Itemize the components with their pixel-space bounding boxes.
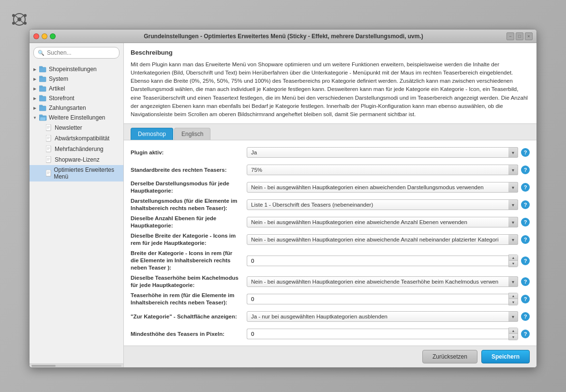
sidebar-item-zahlungsarten[interactable]: ▶ Zahlungsarten (30, 103, 123, 113)
svg-line-6 (15, 15, 18, 18)
reset-button[interactable]: Zurücksetzen (422, 350, 477, 363)
save-button[interactable]: Speichern (481, 350, 530, 363)
sidebar-item-label: Mehrfachänderung (55, 146, 104, 152)
sidebar-scrollbar[interactable] (30, 363, 123, 367)
footer: Zurücksetzen Speichern (124, 346, 536, 367)
sidebar-item-shopware-lizenz[interactable]: Shopware-Lizenz (30, 154, 123, 165)
restore-icon[interactable]: □ (516, 32, 523, 40)
close-button[interactable] (33, 33, 39, 39)
select-ebenen-gleich[interactable]: Ja Nein - bei ausgewählten Hauptkategori… (247, 217, 518, 227)
search-box[interactable]: 🔍 (33, 47, 119, 59)
form-row-zur-kategorie: "Zur Kategorie" - Schaltfläche anzeigen:… (131, 309, 530, 324)
form-label-standardbreite: Standardbreite des rechten Teasers: (131, 166, 247, 174)
form-row-teaserhoehe-gleich: Dieselbe Teaserhöhe beim Kachelmodus für… (131, 274, 530, 289)
form-area: Plugin aktiv: Ja Nein ? S (124, 140, 536, 346)
tab-demoshop[interactable]: Demoshop (131, 128, 173, 140)
select-standardbreite[interactable]: 0% 25% 50% 75% 100% (247, 165, 518, 175)
select-wrap-darstellungsmodus[interactable]: Liste 1 - Überschrift des Teasers (neben… (247, 199, 518, 210)
select-wrap-plugin-aktiv[interactable]: Ja Nein (247, 147, 518, 158)
select-wrap-ebenen-gleich[interactable]: Ja Nein - bei ausgewählten Hauptkategori… (247, 217, 518, 227)
spinner-down-teaserhoehe[interactable]: ▼ (509, 299, 518, 305)
sidebar-item-artikel[interactable]: ▶ Artikel (30, 84, 123, 93)
form-label-darstellungsmodus: Darstellungsmodus (für die Elemente im I… (131, 197, 247, 212)
form-control-plugin-aktiv: Ja Nein ? (247, 147, 530, 158)
spinner-down-mindesthoehe[interactable]: ▼ (509, 334, 518, 340)
select-wrap-zur-kategorie[interactable]: Ja Nein Ja - nur bei ausgewählten Hauptk… (247, 311, 518, 322)
spinner-up-mindesthoehe[interactable]: ▲ (509, 328, 518, 334)
help-button-mindesthoehe[interactable]: ? (521, 330, 530, 338)
expand-icon: ▶ (32, 106, 37, 110)
select-wrap-teaserhoehe-gleich[interactable]: Ja Nein - bei ausgewählten Hauptkategori… (247, 276, 518, 287)
search-input[interactable] (47, 49, 115, 56)
help-button-darstellungsmodus-gleich[interactable]: ? (521, 183, 530, 192)
sidebar-item-mehrfachaenderung[interactable]: Mehrfachänderung (30, 144, 123, 154)
sidebar-item-label: Storefront (49, 95, 74, 102)
svg-rect-14 (39, 87, 46, 91)
help-button-icon-breite-gleich[interactable]: ? (521, 235, 530, 244)
form-label-mindesthoehe: Mindesthöhe des Teasers in Pixeln: (131, 331, 247, 338)
folder-open-icon (39, 114, 47, 121)
select-zur-kategorie[interactable]: Ja Nein Ja - nur bei ausgewählten Hauptk… (247, 311, 518, 322)
help-button-darstellungsmodus[interactable]: ? (521, 200, 530, 209)
help-button-teaserhoehe[interactable]: ? (521, 295, 530, 303)
form-label-icon-breite-gleich: Dieselbe Breite der Kategorie - Icons im… (131, 232, 247, 247)
select-wrap-icon-breite-gleich[interactable]: Ja Nein - bei ausgewählten Hauptkategori… (247, 234, 518, 245)
description-text: Mit dem Plugin kann man das Erweiterte M… (131, 60, 530, 119)
select-teaserhoehe-gleich[interactable]: Ja Nein - bei ausgewählten Hauptkategori… (247, 276, 518, 287)
help-button-plugin-aktiv[interactable]: ? (521, 148, 530, 157)
svg-rect-23 (46, 124, 51, 131)
svg-point-4 (12, 22, 15, 25)
svg-rect-35 (46, 156, 51, 163)
select-wrap-darstellungsmodus-gleich[interactable]: Ja Nein - bei ausgewählten Hauptkategori… (247, 182, 518, 193)
svg-rect-31 (46, 146, 51, 152)
help-button-icon-breite[interactable]: ? (521, 256, 530, 265)
help-button-zur-kategorie[interactable]: ? (521, 312, 530, 321)
form-control-standardbreite: 0% 25% 50% 75% 100% ? (247, 165, 530, 175)
sidebar-item-shopeinstellungen[interactable]: ▶ Shopeinstellungen (30, 64, 123, 74)
select-darstellungsmodus-gleich[interactable]: Ja Nein - bei ausgewählten Hauptkategori… (247, 182, 518, 193)
spinner-buttons-mindesthoehe: ▲ ▼ (508, 328, 518, 340)
form-control-darstellungsmodus-gleich: Ja Nein - bei ausgewählten Hauptkategori… (247, 182, 530, 193)
tab-englisch[interactable]: Englisch (174, 128, 210, 140)
select-plugin-aktiv[interactable]: Ja Nein (247, 147, 518, 158)
help-button-ebenen-gleich[interactable]: ? (521, 218, 530, 226)
select-wrap-standardbreite[interactable]: 0% 25% 50% 75% 100% (247, 165, 518, 175)
sidebar-item-label: Abwärtskompatibilität (55, 135, 109, 142)
spinner-up-teaserhoehe[interactable]: ▲ (509, 293, 518, 299)
folder-icon (39, 85, 47, 92)
minimize-icon[interactable]: − (506, 32, 514, 40)
help-button-teaserhoehe-gleich[interactable]: ? (521, 277, 530, 286)
form-row-standardbreite: Standardbreite des rechten Teasers: 0% 2… (131, 163, 530, 177)
scrollbar-thumb[interactable] (31, 365, 56, 367)
spinner-up-icon-breite[interactable]: ▲ (509, 255, 518, 261)
sidebar-item-optimiertes-menue[interactable]: Optimiertes Erweitertes Menü (30, 165, 123, 181)
spinner-down-icon-breite[interactable]: ▼ (509, 261, 518, 267)
form-label-teaserhoehe: Teaserhöhe in rem (für die Elemente im I… (131, 292, 247, 306)
app-icon (10, 10, 29, 29)
spinner-input-mindesthoehe[interactable] (247, 329, 508, 339)
select-icon-breite-gleich[interactable]: Ja Nein - bei ausgewählten Hauptkategori… (247, 234, 518, 245)
sidebar-item-abwaertskompatibilitaet[interactable]: Abwärtskompatibilität (30, 133, 123, 144)
sidebar-item-system[interactable]: ▶ System (30, 74, 123, 84)
folder-icon (39, 66, 47, 73)
tabs: Demoshop Englisch (124, 124, 536, 140)
svg-point-1 (17, 17, 21, 21)
title-bar-right: − □ × (506, 32, 533, 40)
form-row-icon-breite: Breite der Kategorie - Icons in rem (für… (131, 250, 530, 271)
maximize-button[interactable] (50, 33, 56, 39)
doc-icon (46, 145, 53, 153)
select-darstellungsmodus[interactable]: Liste 1 - Überschrift des Teasers (neben… (247, 199, 518, 210)
spinner-input-teaserhoehe[interactable] (247, 294, 508, 304)
help-button-standardbreite[interactable]: ? (521, 166, 530, 174)
sidebar-item-newsletter[interactable]: Newsletter (30, 122, 123, 133)
svg-rect-12 (39, 77, 46, 82)
spinner-wrap-icon-breite: ▲ ▼ (247, 255, 518, 267)
expand-icon: ▼ (32, 115, 37, 120)
description-box: Beschreibung Mit dem Plugin kann man das… (124, 43, 536, 124)
folder-icon (39, 95, 47, 102)
sidebar-item-storefront[interactable]: ▶ Storefront (30, 93, 123, 103)
spinner-input-icon-breite[interactable] (247, 256, 508, 266)
sidebar-item-weitere-einstellungen[interactable]: ▼ Weitere Einstellungen (30, 113, 123, 122)
minimize-button[interactable] (42, 33, 47, 39)
close-icon[interactable]: × (525, 32, 533, 40)
